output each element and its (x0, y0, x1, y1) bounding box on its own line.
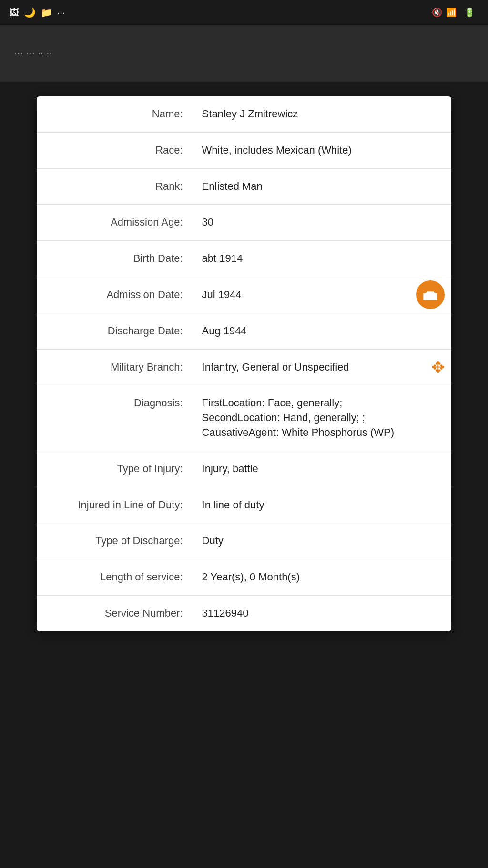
field-label: Admission Age: (37, 205, 194, 241)
field-label: Diagnosis: (37, 385, 194, 451)
field-value: Enlisted Man (194, 168, 451, 205)
field-label: Military Branch: (37, 349, 194, 385)
field-value: 31126940 (194, 595, 451, 631)
record-card: Name:Stanley J ZmitrewiczRace:White, inc… (37, 96, 451, 631)
status-right-info: 🔇 📶 🔋 (432, 7, 478, 18)
field-label: Race: (37, 132, 194, 168)
field-label: Birth Date: (37, 241, 194, 277)
wifi-icon: 📶 (446, 7, 457, 18)
field-label: Admission Date: (37, 277, 194, 313)
table-row: Type of Injury:Injury, battle (37, 451, 451, 487)
field-value: Duty (194, 523, 451, 559)
field-label: Injured in Line of Duty: (37, 487, 194, 523)
field-label: Type of Injury: (37, 451, 194, 487)
mute-icon: 🔇 (432, 7, 442, 18)
field-value: Injury, battle (194, 451, 451, 487)
image-icon: 🖼 (10, 7, 19, 18)
status-bar: 🖼 🌙 📁 ··· 🔇 📶 🔋 (0, 0, 488, 25)
field-label: Name: (37, 96, 194, 132)
table-row: Length of service:2 Year(s), 0 Month(s) (37, 559, 451, 596)
field-value: Aug 1944 (194, 313, 451, 349)
table-row: Discharge Date:Aug 1944 (37, 313, 451, 349)
field-value: White, includes Mexican (White) (194, 132, 451, 168)
field-value: abt 1914 (194, 241, 451, 277)
status-left-icons: 🖼 🌙 📁 ··· (10, 7, 65, 18)
record-table: Name:Stanley J ZmitrewiczRace:White, inc… (37, 96, 451, 631)
more-icon: ··· (57, 7, 65, 18)
app-header: ··· ··· ·· ·· (0, 25, 488, 82)
field-value: FirstLocation: Face, generally; SecondLo… (194, 385, 451, 451)
table-row: Race:White, includes Mexican (White) (37, 132, 451, 168)
moon-icon: 🌙 (24, 7, 36, 18)
table-row: Admission Age:30 (37, 205, 451, 241)
table-row: Service Number:31126940 (37, 595, 451, 631)
field-label: Service Number: (37, 595, 194, 631)
field-value: Infantry, General or Unspecified✥ (194, 349, 451, 385)
field-value: Stanley J Zmitrewicz (194, 96, 451, 132)
field-label: Rank: (37, 168, 194, 205)
table-row: Admission Date:Jul 1944 (37, 277, 451, 313)
bottom-area (0, 646, 488, 789)
folder-icon: 📁 (41, 7, 52, 18)
table-row: Diagnosis:FirstLocation: Face, generally… (37, 385, 451, 451)
field-value: 2 Year(s), 0 Month(s) (194, 559, 451, 596)
table-row: Military Branch:Infantry, General or Uns… (37, 349, 451, 385)
camera-button[interactable] (416, 280, 445, 309)
table-row: Name:Stanley J Zmitrewicz (37, 96, 451, 132)
move-icon[interactable]: ✥ (431, 359, 445, 375)
header-partial-text: ··· ··· ·· ·· (14, 47, 52, 60)
table-row: Rank:Enlisted Man (37, 168, 451, 205)
table-row: Injured in Line of Duty:In line of duty (37, 487, 451, 523)
field-value: 30 (194, 205, 451, 241)
table-row: Type of Discharge:Duty (37, 523, 451, 559)
table-row: Birth Date:abt 1914 (37, 241, 451, 277)
field-label: Type of Discharge: (37, 523, 194, 559)
field-label: Discharge Date: (37, 313, 194, 349)
field-label: Length of service: (37, 559, 194, 596)
field-value: Jul 1944 (194, 277, 451, 313)
battery-icon: 🔋 (464, 7, 475, 18)
field-value: In line of duty (194, 487, 451, 523)
